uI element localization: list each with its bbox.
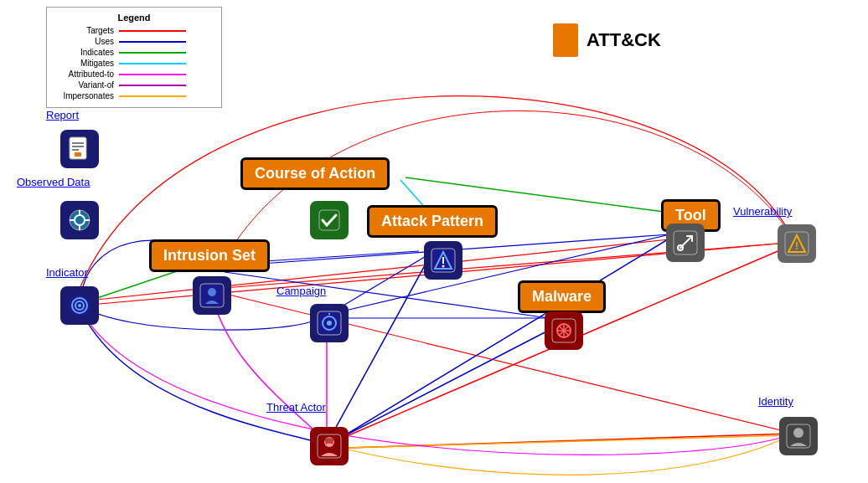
legend-box: Legend TargetsUsesIndicatesMitigatesAttr… (46, 7, 222, 108)
legend-title: Legend (55, 13, 213, 23)
threat-actor-label[interactable]: Threat Actor (266, 401, 326, 414)
svg-rect-23 (75, 152, 81, 157)
svg-point-40 (208, 288, 216, 296)
svg-line-8 (225, 272, 549, 318)
svg-line-14 (333, 329, 551, 442)
svg-text:!: ! (795, 240, 798, 252)
campaign-icon[interactable] (310, 304, 349, 342)
identity-label[interactable]: Identity (758, 395, 793, 408)
report-label[interactable]: Report (46, 109, 79, 121)
svg-point-58 (793, 428, 803, 438)
attack-pattern-icon[interactable] (424, 241, 462, 280)
identity-icon[interactable] (779, 417, 818, 455)
course-of-action-icon[interactable] (310, 201, 349, 239)
intrusion-set-box[interactable]: Intrusion Set (149, 239, 270, 272)
svg-point-33 (78, 304, 81, 307)
vulnerability-icon[interactable]: ! (778, 224, 816, 263)
svg-line-18 (345, 435, 789, 448)
svg-line-3 (348, 434, 792, 448)
svg-point-38 (442, 265, 445, 268)
legend-row: Variant-of (55, 80, 213, 90)
svg-line-12 (329, 258, 429, 439)
legend-row: Mitigates (55, 59, 213, 68)
observed-data-icon[interactable] (60, 201, 99, 239)
campaign-label[interactable]: Campaign (276, 285, 326, 297)
intrusion-set-icon[interactable] (193, 276, 231, 315)
attck-label: ATT&CK (586, 29, 661, 51)
legend-row: Indicates (55, 48, 213, 57)
indicator-label[interactable]: Indicator (46, 266, 88, 279)
malware-icon[interactable] (545, 311, 583, 350)
attck-icon[interactable]: ATT&CK (553, 23, 661, 57)
vulnerability-label[interactable]: Vulnerability (733, 205, 792, 218)
report-icon[interactable] (60, 130, 99, 168)
legend-row: Uses (55, 37, 213, 46)
tool-icon[interactable] (666, 224, 705, 262)
threat-actor-icon[interactable] (310, 427, 349, 465)
svg-line-13 (335, 237, 672, 441)
svg-line-10 (331, 234, 670, 314)
course-of-action-box[interactable]: Course of Action (240, 157, 390, 190)
attck-rect (553, 23, 578, 57)
attack-pattern-box[interactable]: Attack Pattern (367, 205, 498, 238)
legend-row: Attributed-to (55, 69, 213, 79)
observed-data-label[interactable]: Observed Data (17, 176, 90, 188)
svg-point-51 (327, 321, 332, 326)
malware-box[interactable]: Malware (518, 280, 606, 313)
indicator-icon[interactable] (60, 286, 99, 325)
legend-row: Targets (55, 26, 213, 35)
legend-row: Impersonates (55, 91, 213, 100)
